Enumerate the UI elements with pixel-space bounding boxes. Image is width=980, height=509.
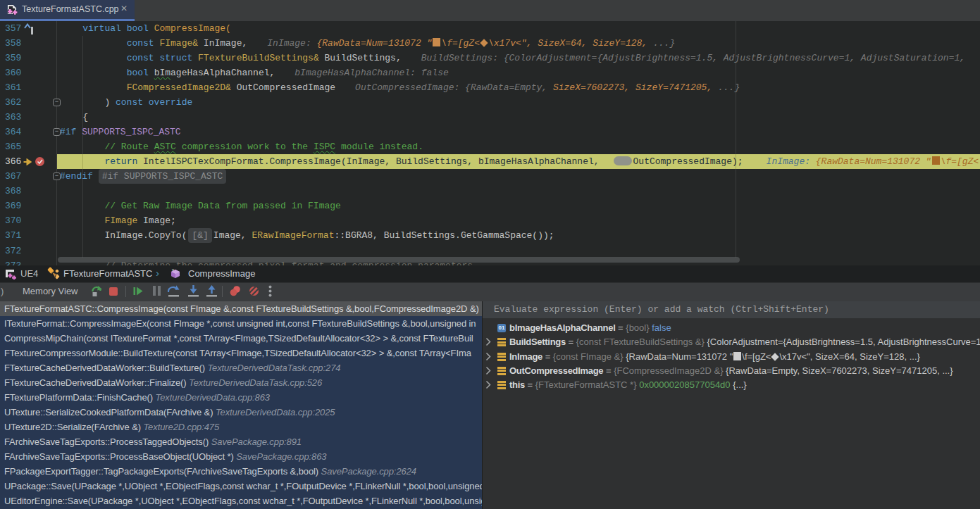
svg-text:v: v (172, 268, 174, 272)
